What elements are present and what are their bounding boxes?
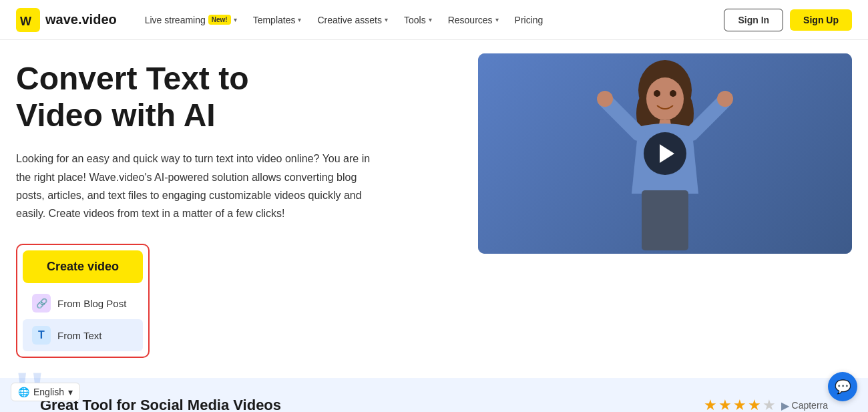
logo-text: wave.video (45, 12, 117, 27)
capterra-label: Capterra (792, 400, 828, 411)
signup-button[interactable]: Sign Up (790, 9, 852, 31)
play-button[interactable] (644, 132, 686, 175)
star-5: ★ (763, 397, 776, 412)
text-icon: T (32, 326, 51, 345)
svg-point-7 (654, 90, 660, 97)
star-4: ★ (748, 397, 761, 412)
nav-item-resources[interactable]: Resources ▾ (441, 11, 505, 29)
video-background (478, 53, 852, 254)
star-rating: ★ ★ ★ ★ ★ (704, 397, 776, 412)
svg-point-6 (646, 77, 684, 120)
globe-icon: 🌐 (18, 387, 29, 397)
chevron-down-icon: ▾ (298, 16, 301, 23)
svg-point-10 (717, 91, 733, 107)
video-thumbnail[interactable] (478, 53, 852, 254)
nav-item-tools[interactable]: Tools ▾ (397, 11, 439, 29)
logo-link[interactable]: W wave.video (16, 8, 117, 32)
chevron-down-icon: ▾ (429, 16, 432, 23)
language-label: English (33, 387, 64, 397)
bottom-section: " Great Tool for Social Media Videos ★ ★… (0, 378, 868, 412)
svg-text:W: W (20, 15, 31, 28)
from-text-option[interactable]: T From Text (23, 319, 143, 351)
hero-description: Looking for an easy and quick way to tur… (16, 150, 377, 222)
blog-post-icon: 🔗 (32, 294, 51, 313)
chevron-down-icon: ▾ (495, 16, 499, 23)
nav-item-pricing[interactable]: Pricing (508, 11, 550, 29)
chat-icon: 💬 (835, 379, 851, 395)
nav-item-creative-assets[interactable]: Creative assets ▾ (310, 11, 394, 29)
from-blog-post-option[interactable]: 🔗 From Blog Post (23, 287, 143, 319)
star-1: ★ (704, 397, 717, 412)
svg-point-9 (597, 91, 613, 107)
hero-title: Convert Text to Video with AI (16, 60, 451, 134)
chevron-down-icon: ▾ (68, 387, 73, 397)
play-icon (660, 144, 674, 163)
svg-point-8 (670, 90, 676, 97)
navbar: W wave.video Live streaming New! ▾ Templ… (0, 0, 868, 40)
new-badge: New! (208, 15, 231, 25)
left-panel: Convert Text to Video with AI Looking fo… (16, 53, 451, 358)
chevron-down-icon: ▾ (234, 16, 237, 23)
capterra-arrow-icon: ▶ (781, 399, 789, 412)
rating-section: ★ ★ ★ ★ ★ ▶ Capterra (704, 397, 828, 412)
main-content: Convert Text to Video with AI Looking fo… (0, 40, 868, 358)
svg-rect-11 (642, 190, 688, 250)
chevron-down-icon: ▾ (385, 16, 388, 23)
chat-button[interactable]: 💬 (828, 372, 857, 401)
right-panel (478, 53, 852, 358)
star-3: ★ (733, 397, 746, 412)
logo-icon: W (16, 8, 40, 32)
language-selector[interactable]: 🌐 English ▾ (11, 383, 80, 401)
create-video-dropdown: Create video 🔗 From Blog Post T From Tex… (16, 244, 150, 358)
nav-auth: Sign In Sign Up (724, 9, 852, 31)
capterra-logo: ▶ Capterra (781, 399, 828, 412)
nav-item-live-streaming[interactable]: Live streaming New! ▾ (138, 11, 244, 29)
signin-button[interactable]: Sign In (724, 9, 783, 31)
nav-menu: Live streaming New! ▾ Templates ▾ Creati… (138, 11, 724, 29)
nav-item-templates[interactable]: Templates ▾ (246, 11, 308, 29)
star-2: ★ (718, 397, 732, 412)
create-video-button[interactable]: Create video (23, 250, 143, 283)
